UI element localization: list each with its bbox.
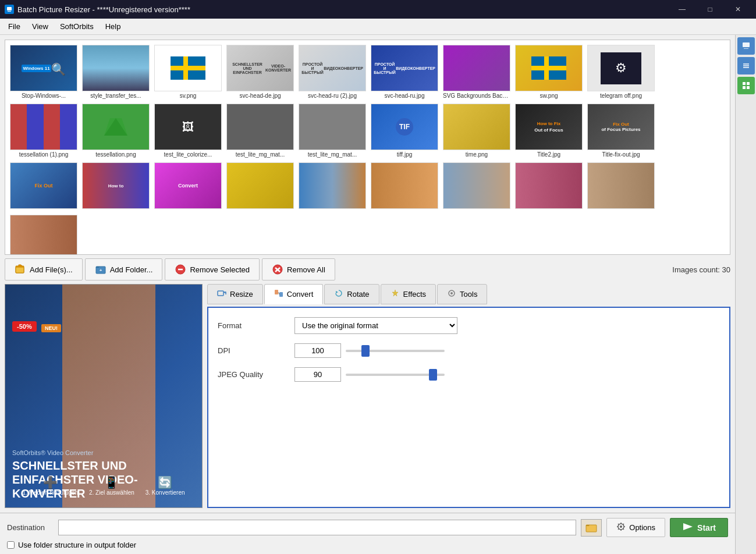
- menu-file[interactable]: File: [2, 20, 26, 33]
- start-arrow-icon: [682, 522, 694, 533]
- list-item[interactable]: How to Fix Out of Focus Title2.jpg: [514, 102, 584, 159]
- list-item[interactable]: test_lite_mg_mat...: [225, 102, 295, 159]
- list-item[interactable]: [442, 161, 512, 211]
- svg-rect-14: [218, 291, 223, 296]
- window-title: Batch Picture Resizer - ****Unregistered…: [17, 5, 669, 14]
- remove-selected-button[interactable]: Remove Selected: [165, 258, 260, 280]
- list-item[interactable]: Fix Out of Focus Pictures Title-fix-out.…: [586, 102, 656, 159]
- tab-tools[interactable]: Tools: [437, 284, 487, 304]
- close-button[interactable]: ✕: [725, 0, 751, 19]
- menu-help[interactable]: Help: [100, 20, 127, 33]
- dpi-row: DPI: [218, 343, 720, 358]
- list-item[interactable]: [586, 161, 656, 211]
- convert-panel-content: Format Use the original format JPEG PNG …: [207, 307, 730, 508]
- folder-structure-checkbox[interactable]: [7, 541, 15, 549]
- list-item[interactable]: How to: [81, 161, 151, 211]
- destination-browse-button[interactable]: [581, 519, 602, 537]
- menu-softorbits[interactable]: SoftOrbits: [54, 20, 100, 33]
- sidebar-grid-button[interactable]: [737, 77, 755, 94]
- list-item[interactable]: time.png: [442, 102, 512, 159]
- svg-marker-23: [683, 523, 693, 530]
- list-item[interactable]: ПРОСТОЙ И БЫСТРЫЙ ВИДЕОКОНВЕРТЕР svc-hea…: [297, 44, 367, 100]
- list-item[interactable]: [225, 161, 295, 211]
- file-name: tiff.jpg: [397, 151, 413, 158]
- svg-text:+: +: [99, 268, 102, 273]
- thumbnail: 🖼: [154, 104, 222, 150]
- thumbnail: Fix Out of Focus Pictures: [587, 104, 655, 150]
- thumbnail: Convert: [154, 162, 222, 209]
- folder-structure-label: Use folder structure in output folder: [18, 541, 136, 549]
- dpi-slider-thumb[interactable]: [361, 345, 370, 357]
- list-item[interactable]: ПРОСТОЙ И БЫСТРЫЙ ВИДЕОКОНВЕРТЕР svc-hea…: [370, 44, 439, 100]
- maximize-button[interactable]: □: [697, 0, 723, 19]
- list-item[interactable]: SCHNELLSTER UND EINFACHSTER VIDEO-KONVER…: [225, 44, 295, 100]
- panel-area: -50% NEU! SoftOrbits® Video Converter SC…: [0, 284, 735, 513]
- jpeg-quality-control-wrapper: [294, 367, 720, 382]
- format-select[interactable]: Use the original format JPEG PNG BMP TIF…: [294, 317, 457, 334]
- add-files-button[interactable]: Add File(s)...: [5, 258, 83, 280]
- list-item[interactable]: Convert: [153, 161, 223, 211]
- format-control-wrapper: Use the original format JPEG PNG BMP TIF…: [294, 317, 720, 334]
- jpeg-quality-slider-track[interactable]: [346, 369, 445, 381]
- thumbnail: [443, 104, 510, 150]
- list-item[interactable]: sv.png: [153, 44, 223, 100]
- format-row: Format Use the original format JPEG PNG …: [218, 317, 720, 334]
- list-item[interactable]: [514, 161, 584, 211]
- thumbnail: [154, 45, 222, 91]
- destination-input[interactable]: [58, 520, 576, 535]
- list-item[interactable]: ⚙ telegram off.png: [586, 44, 656, 100]
- tab-convert[interactable]: Convert: [264, 284, 324, 304]
- menu-view[interactable]: View: [26, 20, 54, 33]
- thumbnail: [299, 104, 366, 150]
- thumbnail: SCHNELLSTER UND EINFACHSTER VIDEO-KONVER…: [226, 45, 294, 91]
- sidebar-list-button[interactable]: [737, 57, 755, 74]
- image-gallery[interactable]: Windows 11 🔍 Stop-Windows-... style_tran…: [5, 40, 730, 255]
- preview-logo: SoftOrbits® Video Converter: [12, 449, 195, 456]
- tab-rotate[interactable]: Rotate: [324, 284, 379, 304]
- titlebar: Batch Picture Resizer - ****Unregistered…: [0, 0, 756, 19]
- list-item[interactable]: [297, 161, 367, 211]
- list-item[interactable]: tessellation.png: [81, 102, 151, 159]
- thumbnail: [443, 45, 510, 91]
- jpeg-quality-slider-bg: [346, 374, 445, 376]
- file-name: test_lite_colorize...: [164, 151, 212, 158]
- tab-effects[interactable]: Effects: [381, 284, 436, 304]
- list-item[interactable]: style_transfer_tes...: [81, 44, 151, 100]
- minimize-button[interactable]: —: [669, 0, 695, 19]
- sidebar-profile-button[interactable]: [737, 37, 755, 55]
- tab-tools-label: Tools: [460, 290, 477, 299]
- remove-all-button[interactable]: Remove All: [262, 258, 335, 280]
- list-item[interactable]: sw.png: [514, 44, 584, 100]
- svg-rect-31: [743, 82, 746, 85]
- options-label: Options: [629, 523, 655, 532]
- remove-all-label: Remove All: [287, 265, 325, 274]
- list-item[interactable]: SVG Backgrounds Background coll...: [442, 44, 512, 100]
- app-icon: [5, 5, 14, 14]
- start-button[interactable]: Start: [670, 518, 728, 537]
- preview-image: -50% NEU! SoftOrbits® Video Converter SC…: [5, 285, 202, 507]
- add-folder-button[interactable]: + Add Folder...: [85, 258, 163, 280]
- list-item[interactable]: 🖼 test_lite_colorize...: [153, 102, 223, 159]
- list-item[interactable]: test_lite_mg_mat...: [297, 102, 367, 159]
- list-item[interactable]: tessellation (1).png: [9, 102, 79, 159]
- dpi-input[interactable]: [294, 343, 341, 358]
- thumbnail: Fix Out: [10, 162, 77, 209]
- tab-resize[interactable]: Resize: [207, 284, 263, 304]
- effects-icon: [391, 289, 400, 300]
- svg-rect-2: [8, 11, 11, 12]
- jpeg-quality-input[interactable]: [294, 367, 341, 382]
- thumbnail: [10, 104, 77, 150]
- thumbnail: Windows 11 🔍: [10, 45, 77, 91]
- list-item[interactable]: [9, 214, 79, 255]
- list-item[interactable]: TIF tiff.jpg: [370, 102, 439, 159]
- jpeg-quality-slider-thumb[interactable]: [429, 369, 437, 381]
- dpi-slider-track[interactable]: [346, 345, 445, 357]
- svg-rect-1: [7, 7, 12, 10]
- options-button[interactable]: Options: [606, 518, 665, 537]
- dpi-slider-bg: [346, 350, 445, 352]
- rotate-icon: [334, 289, 343, 300]
- list-item[interactable]: Fix Out: [9, 161, 79, 211]
- svg-rect-15: [275, 290, 278, 294]
- list-item[interactable]: [370, 161, 439, 211]
- list-item[interactable]: Windows 11 🔍 Stop-Windows-...: [9, 44, 79, 100]
